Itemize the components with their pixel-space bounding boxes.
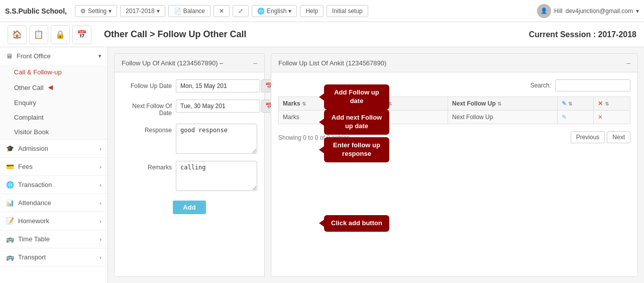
delete-header-icon: ✕	[598, 100, 603, 107]
main-layout: 🖥 Front Office ▾ Call & Follow-up Other …	[0, 47, 644, 283]
next-button[interactable]: Next	[607, 131, 630, 143]
user-email: dev4junction@gmail.com	[566, 8, 633, 15]
sidebar-item-attendance[interactable]: 📊 Attendance ›	[0, 194, 108, 212]
collapse-left-panel-button[interactable]: –	[253, 59, 257, 67]
col-edit-2: ✎	[557, 111, 594, 124]
sidebar-section-attendance: 📊 Attendance ›	[0, 194, 108, 212]
help-button[interactable]: Help	[300, 5, 324, 17]
calendar-icon-button[interactable]: 📅	[72, 25, 91, 44]
content-area: Follow Up Of Ankit (1234567890) – – Foll…	[108, 47, 644, 283]
sidebar-item-visitor-book[interactable]: Visitor Book	[0, 125, 108, 139]
sidebar-item-enquiry[interactable]: Enquiry	[0, 96, 108, 110]
avatar: 👤	[537, 4, 551, 18]
remarks-row: Remarks calling	[122, 161, 257, 191]
expand-button[interactable]: ✕	[213, 5, 230, 17]
attendance-icon: 📊	[6, 199, 14, 207]
sort-icon[interactable]: ⇅	[605, 101, 609, 107]
sidebar-section-timetable: 🚌 Time Table ›	[0, 230, 108, 248]
home-icon-button[interactable]: 🏠	[8, 25, 27, 44]
lock-icon-button[interactable]: 🔒	[51, 25, 70, 44]
sidebar-section-fees: 💳 Fees ›	[0, 158, 108, 176]
left-panel-title: Follow Up Of Ankit (1234567890) –	[122, 59, 223, 67]
remarks-textarea[interactable]: calling	[176, 161, 257, 191]
follow-up-date-row: Follow Up Date 📅	[122, 79, 257, 92]
search-bar: Search:	[278, 79, 630, 91]
add-button[interactable]: Add	[173, 201, 205, 214]
response-textarea[interactable]: good response	[176, 124, 257, 154]
timetable-icon: 🚌	[6, 235, 14, 243]
sidebar-item-fees[interactable]: 💳 Fees ›	[0, 158, 108, 175]
col-marks-2: Marks	[279, 111, 339, 124]
sidebar-item-transaction[interactable]: 🌐 Transaction ›	[0, 176, 108, 194]
table-header-row-2: Marks Follow Up Date Next Follow Up ✎	[279, 111, 630, 124]
search-label: Search:	[530, 82, 551, 89]
sidebar-item-complaint[interactable]: Complaint	[0, 110, 108, 125]
sort-icon[interactable]: ⇅	[568, 101, 572, 107]
icon-bar: 🏠 📋 🔒 📅 Other Call > Follow Up Other Cal…	[0, 22, 644, 47]
table-scroll: Marks ⇅ Follow Up Date ⇅ Next Follow Up …	[278, 97, 630, 124]
setting-button[interactable]: ⚙ Setting ▾	[75, 5, 117, 17]
col-follow-up-date: Follow Up Date ⇅	[339, 97, 448, 111]
session-info: Current Session : 2017-2018	[529, 30, 636, 39]
left-panel: Follow Up Of Ankit (1234567890) – – Foll…	[114, 53, 265, 277]
sidebar-item-call-followup[interactable]: Call & Follow-up	[0, 65, 108, 79]
transport-icon: 🚌	[6, 253, 14, 261]
sidebar-item-admission[interactable]: 🎓 Admission ›	[0, 140, 108, 157]
right-panel-title: Follow Up List Of Ankit (1234567890)	[278, 59, 386, 67]
language-button[interactable]: 🌐 English ▾	[252, 5, 297, 17]
chevron-icon: ›	[99, 200, 101, 206]
initial-setup-button[interactable]: Initial setup	[327, 5, 368, 17]
flag-icon: 🌐	[257, 8, 265, 15]
col-next-follow-up: Next Follow Up ⇅	[448, 97, 558, 111]
sidebar-section-transaction: 🌐 Transaction ›	[0, 176, 108, 194]
col-next-follow-up-2: Next Follow Up	[448, 111, 558, 124]
table-body: Marks Follow Up Date Next Follow Up ✎	[279, 111, 630, 124]
sidebar-item-transport[interactable]: 🚌 Transport ›	[0, 248, 108, 266]
admission-icon: 🎓	[6, 145, 14, 152]
delete-icon[interactable]: ✕	[598, 114, 603, 121]
user-info: 👤 Hill dev4junction@gmail.com ▾	[537, 4, 639, 18]
document-icon-button[interactable]: 📋	[29, 25, 48, 44]
sidebar-item-other-call[interactable]: Other Call ◄	[0, 79, 108, 96]
remarks-label: Remarks	[122, 161, 172, 171]
fullscreen-button[interactable]: ⤢	[233, 5, 249, 17]
user-name: Hill	[554, 8, 563, 15]
sort-icon[interactable]: ⇅	[302, 101, 306, 107]
left-panel-header: Follow Up Of Ankit (1234567890) – –	[115, 54, 264, 72]
fees-icon: 💳	[6, 163, 14, 170]
chevron-down-icon: ▾	[109, 8, 112, 15]
search-input[interactable]	[555, 79, 630, 91]
sidebar-section-homework: 📝 Homework ›	[0, 212, 108, 230]
col-delete-header: ✕ ⇅	[594, 97, 630, 111]
sidebar-item-front-office[interactable]: 🖥 Front Office ▾	[0, 47, 108, 65]
col-edit-header: ✎ ⇅	[557, 97, 594, 111]
edit-icon[interactable]: ✎	[562, 114, 567, 121]
right-panel: Follow Up List Of Ankit (1234567890) – S…	[271, 53, 638, 277]
sidebar-item-timetable[interactable]: 🚌 Time Table ›	[0, 230, 108, 248]
chevron-icon: ›	[99, 182, 101, 188]
next-follow-date-input[interactable]	[176, 100, 260, 113]
form-actions: Add	[122, 198, 257, 214]
year-button[interactable]: 2017-2018 ▾	[120, 5, 165, 17]
sort-icon[interactable]: ⇅	[497, 101, 501, 107]
brand-name: S.S.Public School,	[5, 7, 67, 15]
showing-text: Showing 0 to 0 of 0 entries	[278, 134, 350, 141]
chevron-down-icon: ▾	[157, 8, 160, 15]
file-icon: 📄	[174, 8, 181, 15]
sort-icon[interactable]: ⇅	[388, 101, 392, 107]
follow-up-date-input[interactable]	[176, 79, 260, 92]
chevron-down-icon: ▾	[636, 8, 639, 15]
chevron-icon: ›	[99, 218, 101, 224]
response-row: Response good response	[122, 124, 257, 154]
balance-button[interactable]: 📄 Balance	[168, 5, 210, 17]
table-head: Marks ⇅ Follow Up Date ⇅ Next Follow Up …	[279, 97, 630, 111]
chevron-icon: ›	[99, 236, 101, 242]
transaction-icon: 🌐	[6, 181, 14, 188]
sidebar: 🖥 Front Office ▾ Call & Follow-up Other …	[0, 47, 108, 283]
previous-button[interactable]: Previous	[571, 131, 605, 143]
sidebar-item-homework[interactable]: 📝 Homework ›	[0, 212, 108, 230]
pagination-buttons: Previous Next	[571, 131, 630, 143]
collapse-right-panel-button[interactable]: –	[626, 59, 630, 67]
col-marks: Marks ⇅	[279, 97, 339, 111]
table-header-row: Marks ⇅ Follow Up Date ⇅ Next Follow Up …	[279, 97, 630, 111]
